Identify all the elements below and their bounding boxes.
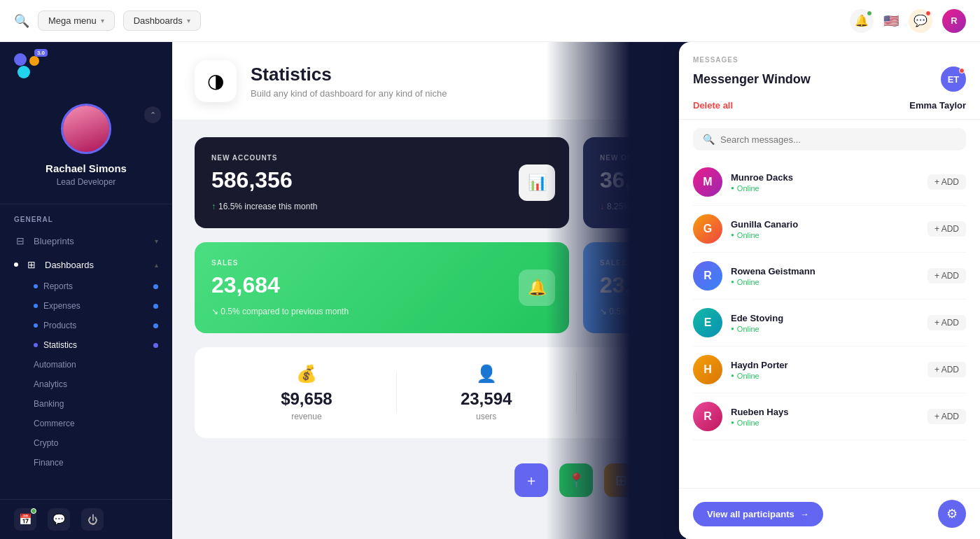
top-navigation: 🔍 Mega menu ▾ Dashboards ▾ 🔔 🇺🇸 💬 R	[0, 0, 980, 42]
contact-avatar-munroe: M	[693, 167, 722, 197]
add-munroe-button[interactable]: + ADD	[927, 174, 966, 190]
contact-name-haydn: Haydn Porter	[731, 360, 919, 370]
mega-menu-button[interactable]: Mega menu ▾	[38, 10, 115, 31]
blueprints-icon: ⊟	[14, 235, 27, 246]
add-rowena-button[interactable]: + ADD	[927, 268, 966, 284]
mega-menu-chevron-icon: ▾	[101, 17, 104, 24]
logo-circle-1	[14, 53, 27, 66]
search-button[interactable]: 🔍	[14, 13, 29, 29]
messenger-title-row: Messenger Window ET	[693, 66, 966, 92]
contact-rueben-hays: R Rueben Hays Online + ADD	[693, 393, 966, 440]
add-haydn-button[interactable]: + ADD	[927, 362, 966, 377]
add-gunilla-button[interactable]: + ADD	[927, 221, 966, 237]
sidebar-item-expenses[interactable]: Expenses	[0, 296, 172, 316]
automation-label: Automation	[34, 360, 76, 370]
dashboards-nav-icon: ⊞	[25, 259, 38, 270]
contact-avatar-rowena: R	[693, 261, 722, 290]
notifications-button[interactable]: 🔔	[850, 9, 874, 33]
main-layout: 3.0 ⌃ Rachael Simons Lead Developer GENE…	[0, 42, 980, 539]
dashboard-action-button[interactable]: ⊞	[604, 463, 638, 497]
location-action-button[interactable]: 📍	[559, 463, 593, 497]
add-ede-button[interactable]: + ADD	[927, 315, 966, 330]
sidebar-item-commerce[interactable]: Commerce	[0, 414, 172, 433]
profile-toggle-button[interactable]: ⌃	[144, 106, 161, 123]
messenger-avatar-initials: ET	[948, 74, 960, 85]
commerce-label: Commerce	[34, 419, 75, 428]
messages-button[interactable]: 💬	[909, 9, 932, 33]
emma-taylor-name: Emma Taylor	[909, 100, 966, 111]
metric-users: 👤 23,594 users	[397, 364, 576, 421]
users-label: users	[397, 412, 576, 421]
sidebar-item-statistics[interactable]: Statistics	[0, 335, 172, 355]
sidebar-item-analytics[interactable]: Analytics	[0, 374, 172, 394]
contact-gunilla-canario: G Gunilla Canario Online + ADD	[693, 206, 966, 253]
messenger-header: MESSAGES Messenger Window ET Delete all …	[679, 42, 980, 120]
profile-avatar-image	[63, 106, 109, 152]
notification-badge	[867, 10, 872, 16]
products-badge	[153, 323, 158, 328]
new-accounts-label: NEW ACCOUNTS	[211, 154, 552, 162]
sidebar-item-banking[interactable]: Banking	[0, 394, 172, 414]
messenger-search-input[interactable]	[720, 134, 956, 145]
new-accounts-icon: 📊	[528, 174, 547, 192]
dashboards-button[interactable]: Dashboards ▾	[123, 10, 201, 31]
sales1-change: ↘ 0.5% compared to previous month	[211, 307, 552, 316]
statistics-label: Statistics	[43, 340, 77, 350]
crypto-label: Crypto	[34, 438, 58, 448]
revenue-value: $9,658	[217, 389, 396, 409]
nav-right: 🔔 🇺🇸 💬 R	[850, 9, 966, 33]
sidebar-logo: 3.0	[0, 42, 172, 90]
settings-icon: ⚙	[946, 506, 958, 522]
sidebar-item-reports[interactable]: Reports	[0, 276, 172, 296]
power-button[interactable]: ⏻	[81, 508, 104, 531]
new-accounts-arrow: ↑	[211, 202, 216, 211]
contact-name-ede: Ede Stoving	[731, 313, 919, 323]
contact-status-munroe: Online	[731, 184, 919, 192]
view-all-arrow-icon: →	[800, 509, 809, 519]
blueprints-label: Blueprints	[34, 236, 155, 246]
contact-avatar-ede: E	[693, 308, 722, 337]
new-accounts-value: 586,356	[211, 167, 552, 193]
calendar-badge	[31, 508, 36, 514]
messenger-search[interactable]: 🔍	[693, 128, 966, 150]
messenger-avatar-button[interactable]: ET	[941, 66, 966, 92]
view-all-label: View all participants	[707, 509, 794, 519]
nav-left: 🔍 Mega menu ▾ Dashboards ▾	[14, 10, 841, 31]
new-orders-arrow: ↓	[600, 202, 604, 211]
stat-card-new-accounts: NEW ACCOUNTS 586,356 ↑ 16.5% increase th…	[195, 137, 569, 228]
sidebar-item-products[interactable]: Products	[0, 316, 172, 335]
view-all-participants-button[interactable]: View all participants →	[693, 502, 823, 526]
add-action-button[interactable]: ＋	[514, 463, 548, 497]
dashboards-chevron-icon: ▾	[187, 17, 190, 24]
new-accounts-change: ↑ 16.5% increase this month	[211, 202, 552, 211]
user-avatar[interactable]: R	[942, 9, 966, 33]
sidebar-item-dashboards[interactable]: ⊞ Dashboards ▴	[0, 253, 172, 276]
calendar-button[interactable]: 📅	[14, 508, 36, 531]
dashboards-label: Dashboards	[134, 15, 183, 26]
contact-status-rowena: Online	[731, 278, 919, 286]
contact-list: M Munroe Dacks Online + ADD G Gunilla Ca…	[679, 159, 980, 488]
products-dot-icon	[34, 323, 38, 328]
sidebar-section-general: GENERAL	[0, 204, 172, 229]
expenses-badge	[153, 304, 158, 309]
logo-version-badge: 3.0	[34, 49, 48, 57]
sidebar-item-finance[interactable]: Finance	[0, 453, 172, 472]
chat-button[interactable]: 💬	[48, 508, 70, 531]
language-selector[interactable]: 🇺🇸	[883, 13, 899, 29]
sidebar-item-automation[interactable]: Automation	[0, 355, 172, 374]
sidebar-item-crypto[interactable]: Crypto	[0, 433, 172, 453]
delete-all-button[interactable]: Delete all	[693, 100, 733, 111]
add-rueben-button[interactable]: + ADD	[927, 409, 966, 424]
contact-ede-stoving: E Ede Stoving Online + ADD	[693, 300, 966, 346]
sidebar-item-blueprints[interactable]: ⊟ Blueprints ▾	[0, 229, 172, 253]
sidebar: 3.0 ⌃ Rachael Simons Lead Developer GENE…	[0, 42, 172, 539]
page-subtitle: Build any kind of dashboard for any kind…	[251, 88, 447, 99]
dashboards-nav-chevron-icon: ▴	[155, 261, 158, 269]
contact-info-ede: Ede Stoving Online	[731, 313, 919, 333]
products-label: Products	[43, 321, 76, 330]
settings-button[interactable]: ⚙	[938, 500, 966, 528]
profile-role: Lead Developer	[57, 177, 116, 187]
contact-info-gunilla: Gunilla Canario Online	[731, 219, 919, 239]
sales1-icon-box: 🔔	[519, 270, 555, 306]
revenue-icon: 💰	[217, 364, 396, 384]
